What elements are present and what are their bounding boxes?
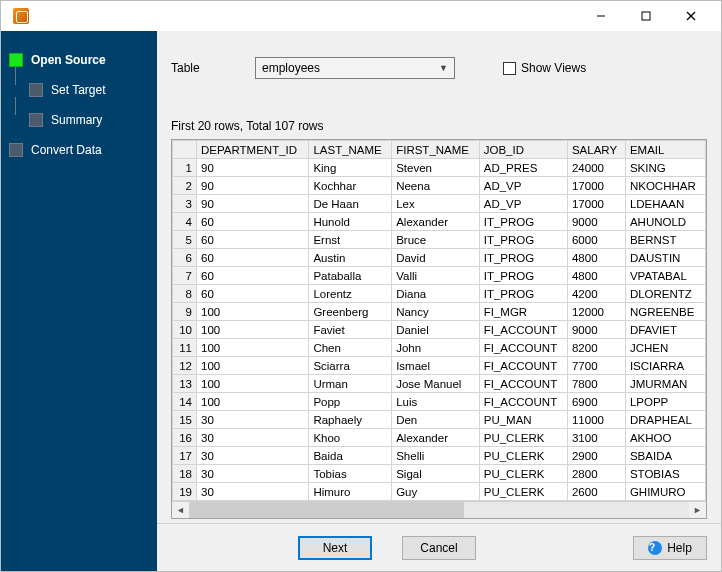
table-row[interactable]: 1730BaidaShelliPU_CLERK2900SBAIDA [173,447,706,465]
table-cell[interactable]: Popp [309,393,392,411]
show-views-checkbox[interactable]: Show Views [503,61,586,75]
horizontal-scrollbar[interactable]: ◄ ► [172,501,706,518]
table-row[interactable]: 12100SciarraIsmaelFI_ACCOUNT7700ISCIARRA [173,357,706,375]
table-cell[interactable]: Pataballa [309,267,392,285]
table-row[interactable]: 660AustinDavidIT_PROG4800DAUSTIN [173,249,706,267]
table-cell[interactable]: FI_ACCOUNT [479,321,567,339]
table-cell[interactable]: LDEHAAN [625,195,705,213]
table-cell[interactable]: 30 [197,429,309,447]
table-cell[interactable]: Bruce [392,231,480,249]
table-row[interactable]: 14100PoppLuisFI_ACCOUNT6900LPOPP [173,393,706,411]
table-cell[interactable]: Steven [392,159,480,177]
wizard-step-open-source[interactable]: Open Source [1,45,157,75]
table-cell[interactable]: Greenberg [309,303,392,321]
table-cell[interactable]: BERNST [625,231,705,249]
table-cell[interactable]: Himuro [309,483,392,501]
table-cell[interactable]: IT_PROG [479,213,567,231]
table-cell[interactable]: 30 [197,465,309,483]
table-cell[interactable]: 4200 [567,285,625,303]
table-cell[interactable]: 100 [197,321,309,339]
table-cell[interactable]: AKHOO [625,429,705,447]
table-cell[interactable]: SBAIDA [625,447,705,465]
column-header[interactable]: DEPARTMENT_ID [197,141,309,159]
table-cell[interactable]: 2600 [567,483,625,501]
table-cell[interactable]: 24000 [567,159,625,177]
table-row[interactable]: 860LorentzDianaIT_PROG4200DLORENTZ [173,285,706,303]
table-row[interactable]: 13100UrmanJose ManuelFI_ACCOUNT7800JMURM… [173,375,706,393]
table-cell[interactable]: Valli [392,267,480,285]
table-cell[interactable]: Khoo [309,429,392,447]
table-cell[interactable]: JCHEN [625,339,705,357]
table-cell[interactable]: 2900 [567,447,625,465]
table-cell[interactable]: 100 [197,393,309,411]
table-cell[interactable]: IT_PROG [479,249,567,267]
table-cell[interactable]: 12000 [567,303,625,321]
table-cell[interactable]: Daniel [392,321,480,339]
column-header[interactable]: FIRST_NAME [392,141,480,159]
column-header[interactable]: EMAIL [625,141,705,159]
table-row[interactable]: 1830TobiasSigalPU_CLERK2800STOBIAS [173,465,706,483]
table-cell[interactable]: SKING [625,159,705,177]
table-cell[interactable]: DAUSTIN [625,249,705,267]
table-cell[interactable]: 100 [197,375,309,393]
table-cell[interactable]: 3100 [567,429,625,447]
table-cell[interactable]: 6000 [567,231,625,249]
minimize-button[interactable] [578,2,623,30]
table-cell[interactable]: 8200 [567,339,625,357]
table-cell[interactable]: Faviet [309,321,392,339]
table-cell[interactable]: Ismael [392,357,480,375]
table-row[interactable]: 10100FavietDanielFI_ACCOUNT9000DFAVIET [173,321,706,339]
close-button[interactable] [668,2,713,30]
table-cell[interactable]: STOBIAS [625,465,705,483]
table-cell[interactable]: Austin [309,249,392,267]
table-cell[interactable]: PU_CLERK [479,447,567,465]
maximize-button[interactable] [623,2,668,30]
table-cell[interactable]: King [309,159,392,177]
table-cell[interactable]: Sciarra [309,357,392,375]
table-cell[interactable]: FI_ACCOUNT [479,357,567,375]
table-cell[interactable]: De Haan [309,195,392,213]
table-cell[interactable]: 4800 [567,249,625,267]
table-cell[interactable]: FI_ACCOUNT [479,393,567,411]
table-select[interactable]: employees ▼ [255,57,455,79]
table-cell[interactable]: Alexander [392,429,480,447]
table-cell[interactable]: 90 [197,195,309,213]
wizard-step-summary[interactable]: Summary [1,105,157,135]
table-row[interactable]: 390De HaanLexAD_VP17000LDEHAAN [173,195,706,213]
table-cell[interactable]: 60 [197,213,309,231]
table-cell[interactable]: Kochhar [309,177,392,195]
column-header[interactable]: JOB_ID [479,141,567,159]
table-cell[interactable]: Ernst [309,231,392,249]
table-cell[interactable]: Sigal [392,465,480,483]
table-cell[interactable]: David [392,249,480,267]
table-row[interactable]: 760PataballaValliIT_PROG4800VPATABAL [173,267,706,285]
table-cell[interactable]: Luis [392,393,480,411]
table-cell[interactable]: 90 [197,177,309,195]
table-cell[interactable]: IT_PROG [479,285,567,303]
wizard-step-convert-data[interactable]: Convert Data [1,135,157,165]
table-cell[interactable]: 100 [197,303,309,321]
table-cell[interactable]: 60 [197,267,309,285]
table-cell[interactable]: 60 [197,249,309,267]
table-cell[interactable]: PU_CLERK [479,483,567,501]
table-cell[interactable]: Lorentz [309,285,392,303]
table-cell[interactable]: DFAVIET [625,321,705,339]
table-cell[interactable]: Raphaely [309,411,392,429]
scroll-thumb[interactable] [189,502,464,518]
table-cell[interactable]: Tobias [309,465,392,483]
table-cell[interactable]: Baida [309,447,392,465]
table-cell[interactable]: GHIMURO [625,483,705,501]
table-cell[interactable]: PU_CLERK [479,429,567,447]
table-cell[interactable]: PU_CLERK [479,465,567,483]
table-cell[interactable]: AD_VP [479,195,567,213]
table-cell[interactable]: Hunold [309,213,392,231]
table-cell[interactable]: Chen [309,339,392,357]
table-row[interactable]: 1930HimuroGuyPU_CLERK2600GHIMURO [173,483,706,501]
table-cell[interactable]: AHUNOLD [625,213,705,231]
help-button[interactable]: ?Help [633,536,707,560]
table-cell[interactable]: 90 [197,159,309,177]
table-cell[interactable]: 9000 [567,321,625,339]
table-row[interactable]: 1630KhooAlexanderPU_CLERK3100AKHOO [173,429,706,447]
table-cell[interactable]: ISCIARRA [625,357,705,375]
column-header[interactable]: SALARY [567,141,625,159]
